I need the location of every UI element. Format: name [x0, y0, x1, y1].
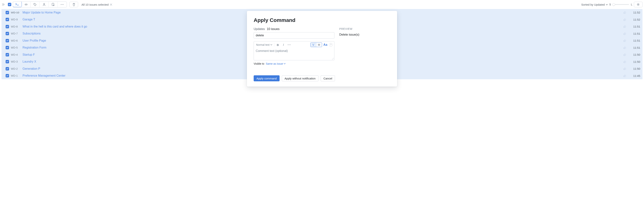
issue-id: WD-1 [11, 74, 21, 77]
svg-point-9 [290, 45, 290, 45]
assignee-button[interactable] [40, 2, 49, 7]
issue-title-link[interactable]: Preference Management Center [22, 74, 66, 77]
move-button[interactable] [49, 2, 58, 7]
issue-title-link[interactable]: Startup F [22, 53, 35, 56]
editor-help-button[interactable]: ? [329, 43, 333, 47]
vote-icon[interactable] [623, 25, 626, 28]
issue-title-link[interactable]: Registration Form [22, 46, 46, 49]
slider-track[interactable] [613, 4, 629, 5]
svg-point-4 [62, 4, 62, 5]
row-checkbox[interactable] [6, 11, 9, 14]
delete-button[interactable] [70, 2, 78, 7]
vote-icon[interactable] [623, 32, 626, 35]
slider-thumb[interactable] [612, 3, 615, 6]
preview-text: Delete issue(s) [339, 33, 390, 36]
card-size-slider[interactable]: S L [609, 3, 632, 6]
row-checkbox[interactable] [6, 74, 9, 77]
resize-handle[interactable] [332, 58, 334, 60]
row-checkbox[interactable] [6, 32, 9, 35]
svg-point-5 [63, 4, 64, 5]
issue-title-link[interactable]: Generation P [22, 67, 40, 71]
dialog-actions: Apply command Apply without notification… [254, 75, 390, 81]
row-checkbox[interactable] [6, 46, 9, 49]
text-format-button[interactable]: Aa [323, 43, 328, 47]
svg-point-3 [61, 4, 61, 5]
vote-icon[interactable] [623, 18, 626, 21]
apply-command-button[interactable]: Apply command [254, 75, 280, 81]
vote-icon[interactable] [623, 60, 626, 63]
bulk-action-group [13, 1, 67, 7]
issue-title-link[interactable]: Subscriptions [22, 32, 40, 35]
updates-summary: Updates 10 issues [254, 27, 334, 31]
issue-title-link[interactable]: Laundry X [22, 60, 36, 63]
person-icon [42, 3, 46, 6]
issue-id: WD-3 [11, 60, 21, 63]
text-style-dropdown[interactable]: Normal text [255, 43, 273, 47]
issue-updated-time: 11:52 [632, 18, 640, 21]
terminal-icon [16, 3, 19, 6]
italic-button[interactable]: I [281, 43, 286, 47]
ellipsis-icon [288, 44, 291, 45]
comment-textarea[interactable]: Comment text (optional) [254, 48, 334, 60]
issue-updated-time: 11:51 [632, 25, 640, 28]
trash-icon [72, 3, 75, 6]
sort-dropdown[interactable]: Sorted by Updated [581, 3, 608, 6]
vote-icon[interactable] [623, 39, 626, 42]
tag-button[interactable] [30, 2, 40, 7]
issue-title-link[interactable]: Major Update to Home Page [22, 11, 61, 14]
settings-button[interactable] [634, 2, 642, 7]
editor-mode-toggle[interactable]: V M [310, 43, 322, 47]
issue-id: WD-4 [11, 53, 21, 56]
updates-count: 10 issues [267, 27, 280, 30]
issue-updated-time: 11:51 [632, 39, 640, 42]
vote-icon[interactable] [623, 11, 626, 14]
svg-point-8 [289, 45, 289, 45]
expand-sidebar-icon[interactable] [2, 3, 6, 6]
issue-title-link[interactable]: What in the hell is this card and where … [22, 25, 87, 28]
row-checkbox[interactable] [6, 53, 9, 56]
row-checkbox[interactable] [6, 25, 9, 28]
svg-point-0 [34, 4, 34, 4]
cancel-button[interactable]: Cancel [321, 75, 335, 81]
editor-mode-visual[interactable]: V [310, 43, 316, 47]
size-large-label: L [631, 3, 632, 6]
vote-icon[interactable] [623, 46, 626, 49]
vote-icon[interactable] [623, 53, 626, 56]
comment-placeholder: Comment text (optional) [256, 49, 288, 52]
select-all-checkbox[interactable] [8, 3, 11, 6]
editor-mode-markdown[interactable]: M [316, 43, 322, 47]
tag-icon [34, 3, 37, 6]
clear-selection-button[interactable] [110, 3, 112, 6]
apply-without-notification-button[interactable]: Apply without notification [282, 75, 318, 81]
text-style-label: Normal text [256, 43, 270, 46]
move-icon [52, 3, 55, 6]
issue-updated-time: 11:50 [632, 67, 640, 70]
link-button[interactable] [22, 2, 30, 7]
issue-id: WD-8 [11, 25, 21, 28]
row-checkbox[interactable] [6, 18, 9, 21]
issue-updated-time: 11:50 [632, 53, 640, 56]
issue-id: WD-9 [11, 18, 21, 21]
command-button[interactable] [13, 1, 22, 7]
vote-icon[interactable] [623, 67, 626, 70]
command-input[interactable] [254, 32, 334, 39]
issue-updated-time: 11:45 [632, 74, 640, 77]
bold-button[interactable]: B [276, 43, 280, 47]
more-button[interactable] [58, 2, 67, 7]
svg-point-1 [44, 3, 45, 4]
visibility-dropdown[interactable]: Same as issue [266, 62, 286, 65]
visibility-label: Visible to [254, 62, 264, 65]
editor-more-button[interactable] [287, 43, 292, 47]
row-checkbox[interactable] [6, 60, 9, 63]
size-small-label: S [609, 3, 611, 6]
visibility-value: Same as issue [266, 62, 283, 65]
issue-updated-time: 11:52 [632, 11, 640, 14]
vote-icon[interactable] [623, 74, 626, 77]
sort-label: Sorted by Updated [581, 3, 605, 6]
chevron-down-icon [270, 43, 272, 46]
issue-title-link[interactable]: Garage T [22, 18, 35, 21]
row-checkbox[interactable] [6, 67, 9, 71]
row-checkbox[interactable] [6, 39, 9, 42]
dialog-title: Apply Command [254, 17, 390, 23]
issue-title-link[interactable]: User Profile Page [22, 39, 46, 42]
